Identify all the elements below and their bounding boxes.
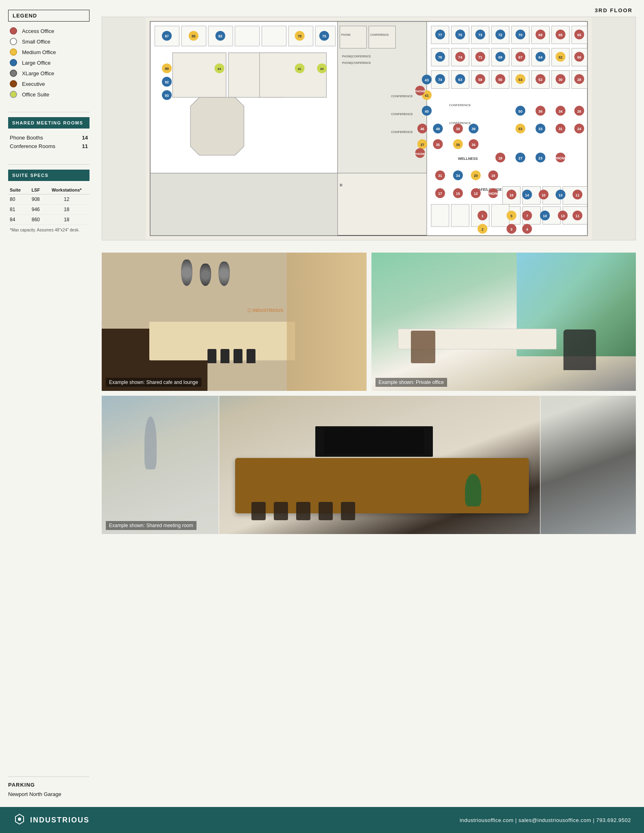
table-row: 84 860 18 [8,215,90,225]
suite-specs-header: SUITE SPECS [8,170,90,181]
svg-text:27: 27 [518,156,522,160]
lsf-84: 860 [28,215,44,225]
svg-text:1: 1 [482,214,484,218]
svg-text:12: 12 [474,192,478,196]
photos-row-2: Example shown: Shared meeting room [102,396,636,534]
svg-rect-9 [235,26,260,46]
floor-plan-svg: SUITE 84 SUITE 81 SUITE 80 PHONE CONFERE… [102,17,635,240]
svg-text:13: 13 [561,214,565,218]
svg-text:40: 40 [425,109,429,113]
svg-text:53: 53 [518,127,522,131]
svg-text:37: 37 [420,143,424,147]
svg-text:76: 76 [438,55,442,59]
svg-text:15: 15 [456,192,460,196]
svg-text:11: 11 [576,214,580,218]
phone-booths-row: Phone Booths 14 [8,133,90,142]
photos-row-1: ⬡ INDUSTRIOUS Example shown: Shared cafe… [102,253,636,391]
divider-3 [8,776,90,777]
svg-text:16: 16 [509,193,513,197]
floor-plan-container: SUITE 84 SUITE 81 SUITE 80 PHONE CONFERE… [98,17,644,244]
svg-text:33: 33 [539,127,543,131]
sidebar: LEGEND Access Office Small Office Medium… [0,0,98,807]
parking-label: PARKING [8,782,90,788]
svg-text:D: D [340,183,342,187]
svg-text:WELLNESS: WELLNESS [458,157,478,161]
medium-icon [10,48,17,56]
svg-text:31: 31 [559,127,563,131]
svg-text:75: 75 [458,33,462,37]
svg-text:92: 92 [165,80,169,84]
svg-text:74: 74 [458,55,462,59]
svg-text:38: 38 [456,127,460,131]
col-suite: Suite [8,186,28,194]
svg-text:PHONE: PHONE [341,33,351,36]
svg-text:81: 81 [298,67,301,71]
cafe-caption: Example shown: Shared cafe and lounge [106,378,201,387]
suite-icon [10,91,17,98]
svg-text:52: 52 [539,78,543,82]
svg-text:50: 50 [518,109,522,113]
svg-text:54: 54 [518,78,522,82]
svg-text:35: 35 [436,143,440,147]
svg-text:PHONE: PHONE [487,192,500,196]
col-lsf: LSF [28,186,44,194]
legend-label-suite: Office Suite [22,92,49,98]
floor-plan: SUITE 84 SUITE 81 SUITE 80 PHONE CONFERE… [102,17,636,240]
svg-text:70: 70 [518,33,522,37]
legend-item-large: Large Office [10,59,88,66]
suite-81: 81 [8,205,28,215]
svg-text:20: 20 [474,174,478,178]
svg-text:28: 28 [577,78,581,82]
parking-section: PARKING Newport North Garage [8,763,90,797]
legend-label-access: Access Office [22,28,54,34]
svg-text:41: 41 [425,94,429,98]
conference-rooms-row: Conference Rooms 11 [8,142,90,150]
svg-text:34: 34 [472,143,476,147]
suite-footnote: *Max capacity. Assumes 48"x24" desk. [8,227,90,233]
svg-text:71: 71 [478,55,482,59]
svg-rect-10 [262,26,286,46]
svg-text:26: 26 [577,109,581,113]
svg-text:23: 23 [539,156,543,160]
suite-table: Suite LSF Workstations* 80 908 12 81 946… [8,186,90,225]
svg-rect-5 [150,173,337,236]
svg-text:63: 63 [458,78,462,82]
footer-contact: industriousoffice.com | sales@industriou… [460,817,631,823]
svg-text:CONFERENCE: CONFERENCE [449,103,471,107]
svg-text:11: 11 [576,193,580,197]
suite-84: 84 [8,215,28,225]
ws-84: 18 [44,215,90,225]
legend-item-xlarge: XLarge Office [10,70,88,77]
shared-meeting-rooms-section: SHARED MEETING ROOMS Phone Booths 14 Con… [8,117,90,150]
lsf-80: 908 [28,194,44,205]
svg-text:PHONE|CONFERENCE: PHONE|CONFERENCE [342,61,371,65]
footer-logo: INDUSTRIOUS [13,813,90,826]
ws-81: 18 [44,205,90,215]
content-area: 3RD FLOOR [98,0,644,807]
svg-text:5: 5 [511,214,513,218]
svg-text:CONFERENCE: CONFERENCE [370,33,389,36]
svg-text:93: 93 [165,94,169,98]
legend-item-medium: Medium Office [10,48,88,56]
private-office-photo: Example shown: Private office [371,253,636,391]
svg-text:10: 10 [543,214,547,218]
shared-meeting-rooms-header: SHARED MEETING ROOMS [8,117,90,129]
svg-rect-22 [369,26,396,48]
svg-text:56: 56 [498,78,502,82]
svg-text:69: 69 [498,55,502,59]
svg-text:84: 84 [218,67,221,71]
industrious-logo-icon [13,813,26,826]
office-caption: Example shown: Private office [375,378,448,387]
svg-text:74: 74 [438,78,442,82]
svg-text:64: 64 [539,55,543,59]
svg-point-235 [18,818,21,821]
svg-text:CONFERENCE: CONFERENCE [391,130,413,134]
svg-text:7: 7 [526,214,528,218]
meeting-room-photo: Example shown: Shared meeting room [102,396,636,534]
executive-icon [10,80,17,87]
svg-text:58: 58 [478,78,482,82]
meeting-image [102,396,636,534]
svg-text:80: 80 [320,67,324,71]
svg-text:PHONE: PHONE [554,156,567,160]
svg-text:43: 43 [425,78,429,82]
